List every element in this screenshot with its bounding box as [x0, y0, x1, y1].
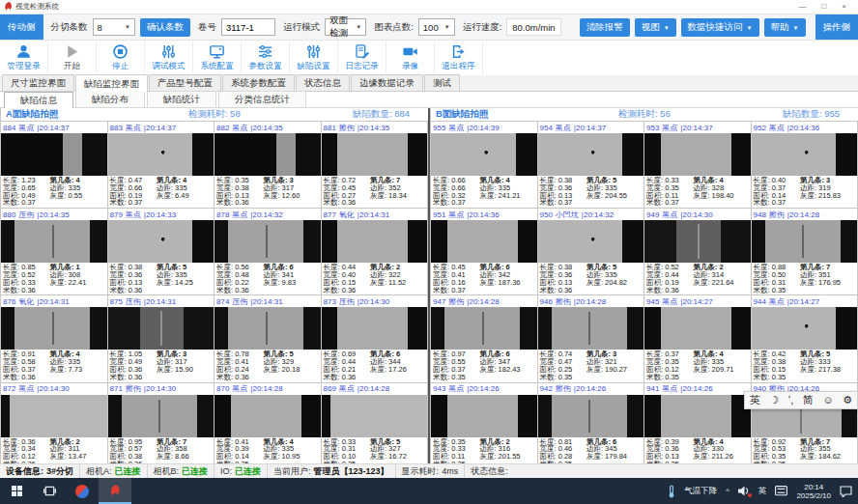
action-button-camera[interactable]: 录像	[386, 41, 435, 75]
gear-icon[interactable]: ⚙	[843, 391, 852, 409]
defect-thumbnail[interactable]	[108, 395, 214, 437]
defect-cell[interactable]: 881擦伤|20:14:35长度: 0.72宽度: 0.45面积: 0.27米数…	[322, 122, 429, 209]
defect-cell[interactable]: 948擦伤|20:14:28长度: 0.88宽度: 0.50面积: 0.31米数…	[752, 209, 858, 295]
action-button-exit[interactable]: 退出程序	[435, 41, 483, 75]
defect-thumbnail[interactable]	[214, 395, 321, 437]
inspection-app-button[interactable]	[99, 478, 131, 504]
roll-number-input[interactable]	[221, 18, 275, 36]
defect-cell[interactable]: 942擦伤|20:14:26长度: 0.81宽度: 0.46面积: 0.28米数…	[538, 383, 645, 463]
action-button-monitor[interactable]: 系统配置	[193, 41, 242, 75]
action-button-params-sliders[interactable]: 参数设置	[242, 41, 290, 75]
input-language-indicator[interactable]: 英	[758, 486, 767, 497]
view-menu-button[interactable]: 视图▼	[635, 18, 676, 37]
action-button-debug-sliders[interactable]: 调试模式	[145, 41, 193, 75]
defect-cell[interactable]: 941黑点|20:14:26长度: 0.39宽度: 0.36面积: 0.13米数…	[644, 383, 752, 463]
defect-cell[interactable]: 874压伤|20:14:31长度: 0.78宽度: 0.41面积: 0.24米数…	[214, 295, 322, 382]
defect-thumbnail[interactable]	[322, 133, 428, 176]
clear-alarm-button[interactable]: 清除报警	[580, 18, 630, 37]
defect-cell[interactable]: 884黑点|20:14:37长度: 1.23宽度: 0.65面积: 0.49米数…	[1, 122, 108, 209]
run-mode-select[interactable]: 双面检测▼	[325, 18, 366, 36]
defect-thumbnail[interactable]	[108, 220, 214, 263]
maximize-icon[interactable]: □	[821, 0, 826, 14]
defect-cell[interactable]: 882黑点|20:14:35长度: 0.35宽度: 0.38面积: 0.13米数…	[214, 122, 322, 209]
operator-side-button[interactable]: 操作侧	[815, 14, 858, 40]
ime-english-toggle[interactable]: 英	[750, 391, 760, 409]
defect-thumbnail[interactable]	[752, 220, 858, 263]
defect-thumbnail[interactable]	[214, 307, 321, 350]
sub-tab[interactable]: 缺陷统计	[147, 91, 216, 107]
start-button[interactable]	[0, 478, 33, 504]
defect-cell[interactable]: 943黑点|20:14:26长度: 0.35宽度: 0.33面积: 0.11米数…	[431, 383, 538, 463]
action-button-play[interactable]: 开始	[48, 41, 97, 75]
main-tab[interactable]: 产品型号配置	[149, 74, 221, 91]
defect-cell[interactable]: 946擦伤|20:14:28长度: 0.74宽度: 0.47面积: 0.25米数…	[538, 295, 645, 382]
defect-thumbnail[interactable]	[431, 307, 537, 350]
sub-tab[interactable]: 缺陷分布	[75, 91, 145, 107]
defect-thumbnail[interactable]	[431, 133, 537, 176]
action-button-stop[interactable]: 停止	[97, 41, 145, 75]
defect-thumbnail[interactable]	[538, 220, 644, 263]
defect-thumbnail[interactable]	[538, 307, 644, 350]
defect-thumbnail[interactable]	[431, 395, 537, 437]
defect-cell[interactable]: 869黑点|20:14:28长度: 0.33宽度: 0.31面积: 0.10米数…	[322, 383, 429, 463]
defect-cell[interactable]: 945黑点|20:14:27长度: 0.37宽度: 0.35面积: 0.12米数…	[644, 295, 752, 382]
defect-cell[interactable]: 952黑点|20:14:36长度: 0.40宽度: 0.37面积: 0.14米数…	[752, 122, 858, 209]
action-center-icon[interactable]	[840, 486, 852, 497]
defect-cell[interactable]: 947擦伤|20:14:28长度: 0.97宽度: 0.55面积: 0.37米数…	[431, 295, 538, 382]
chart-points-select[interactable]: 100▼	[418, 18, 455, 36]
defect-cell[interactable]: 951黑点|20:14:36长度: 0.45宽度: 0.41面积: 0.16米数…	[431, 209, 538, 295]
defect-cell[interactable]: 949黑点|20:14:30长度: 0.52宽度: 0.44面积: 0.19米数…	[644, 209, 752, 295]
weather-text[interactable]: 气温下降	[684, 486, 717, 497]
defect-thumbnail[interactable]	[214, 220, 321, 263]
tray-expand-chevron[interactable]: ^	[726, 487, 729, 495]
defect-cell[interactable]: 876氧化|20:14:31长度: 0.91宽度: 0.58面积: 0.37米数…	[1, 295, 108, 382]
defect-thumbnail[interactable]	[644, 220, 751, 263]
defect-cell[interactable]: 879黑点|20:14:33长度: 0.38宽度: 0.36面积: 0.13米数…	[108, 209, 215, 295]
defect-cell[interactable]: 875压伤|20:14:31长度: 1.05宽度: 0.49面积: 0.36米数…	[108, 295, 215, 382]
defect-thumbnail[interactable]	[214, 133, 321, 176]
main-tab[interactable]: 缺陷监控界面	[75, 74, 148, 92]
defect-cell[interactable]: 873压伤|20:14:30长度: 0.69宽度: 0.44面积: 0.21米数…	[322, 295, 429, 382]
drive-side-button[interactable]: 传动侧	[0, 14, 43, 40]
defect-thumbnail[interactable]	[431, 220, 537, 263]
volume-button[interactable]	[738, 486, 750, 496]
defect-thumbnail[interactable]	[752, 133, 858, 176]
defect-cell[interactable]: 880压伤|20:14:35长度: 0.85宽度: 0.52面积: 0.33米数…	[1, 209, 108, 295]
defect-cell[interactable]: 944黑点|20:14:27长度: 0.42宽度: 0.38面积: 0.15米数…	[752, 295, 858, 382]
emoji-icon[interactable]: ☺	[822, 391, 833, 409]
main-tab[interactable]: 边缘数据记录	[351, 74, 423, 91]
defect-thumbnail[interactable]	[1, 395, 107, 437]
confirm-count-button[interactable]: 确认条数	[140, 18, 190, 37]
defect-thumbnail[interactable]	[538, 133, 644, 176]
help-menu-button[interactable]: 帮助▼	[764, 18, 806, 37]
sub-tab[interactable]: 分类信息统计	[218, 91, 306, 107]
main-tab[interactable]: 状态信息	[296, 74, 350, 91]
remote-app-button[interactable]	[66, 478, 99, 504]
ime-simplified-toggle[interactable]: 简	[803, 391, 814, 409]
minimize-icon[interactable]: —	[798, 0, 806, 14]
sub-tab[interactable]: 缺陷信息	[4, 92, 73, 108]
defect-thumbnail[interactable]	[1, 220, 107, 263]
defect-cell[interactable]: 953黑点|20:14:37长度: 0.33宽度: 0.35面积: 0.11米数…	[644, 122, 752, 209]
defect-thumbnail[interactable]	[108, 307, 214, 350]
defect-cell[interactable]: 877氧化|20:14:31长度: 0.44宽度: 0.40面积: 0.15米数…	[322, 209, 429, 295]
data-quick-access-menu-button[interactable]: 数据快捷访问▼	[681, 18, 759, 37]
main-tab[interactable]: 尺寸监控界面	[2, 74, 74, 91]
defect-cell[interactable]: 883黑点|20:14:37长度: 0.47宽度: 0.66面积: 0.19米数…	[108, 122, 215, 209]
defect-thumbnail[interactable]	[1, 307, 107, 350]
action-button-log[interactable]: 日志记录	[338, 41, 386, 75]
defect-thumbnail[interactable]	[538, 395, 644, 437]
defect-thumbnail[interactable]	[108, 133, 214, 176]
defect-cell[interactable]: 950小凹坑|20:14:32长度: 0.38宽度: 0.36面积: 0.13米…	[538, 209, 645, 295]
defect-thumbnail[interactable]	[1, 133, 107, 176]
defect-thumbnail[interactable]	[322, 395, 428, 437]
close-icon[interactable]: ×	[842, 0, 846, 14]
ime-punctuation-toggle[interactable]: ’,	[788, 391, 794, 409]
defect-cell[interactable]: 878黑点|20:14:32长度: 0.56宽度: 0.48面积: 0.22米数…	[214, 209, 322, 295]
main-tab[interactable]: 测试	[424, 74, 460, 91]
task-view-button[interactable]	[33, 478, 66, 504]
defect-thumbnail[interactable]	[644, 307, 751, 350]
keyboard-icon[interactable]	[775, 486, 787, 496]
action-button-defect-sliders[interactable]: 缺陷设置	[290, 41, 338, 75]
defect-cell[interactable]: 872黑点|20:14:30长度: 0.36宽度: 0.34面积: 0.12米数…	[1, 383, 108, 463]
